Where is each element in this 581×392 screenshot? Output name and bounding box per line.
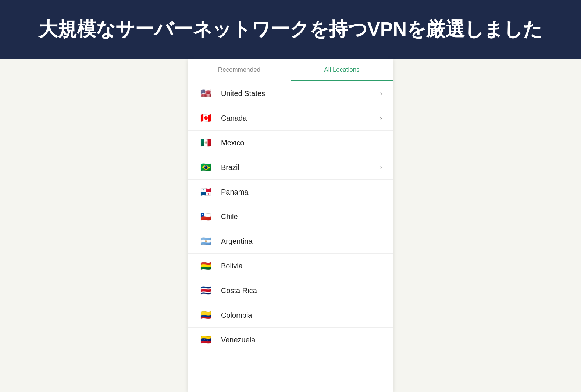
country-name: Panama <box>221 188 382 196</box>
country-name: Bolivia <box>221 262 382 270</box>
country-flag: 🇧🇴 <box>199 261 213 271</box>
country-flag: 🇨🇱 <box>199 212 213 221</box>
tab-recommended[interactable]: Recommended <box>188 59 290 81</box>
country-name: Colombia <box>221 311 382 320</box>
country-name: United States <box>221 89 376 98</box>
tab-recommended-label: Recommended <box>218 66 260 73</box>
country-flag: 🇧🇷 <box>199 163 213 172</box>
country-name: Chile <box>221 213 382 221</box>
country-flag: 🇨🇴 <box>199 310 213 320</box>
header-title: 大規模なサーバーネットワークを持つVPNを厳選しました <box>39 17 542 42</box>
vpn-panel: Recommended All Locations 🇺🇸United State… <box>188 59 393 392</box>
country-flag: 🇻🇪 <box>199 335 213 345</box>
tab-all-locations-label: All Locations <box>324 66 359 73</box>
list-item[interactable]: 🇨🇱Chile <box>188 204 393 229</box>
country-flag: 🇦🇷 <box>199 236 213 246</box>
list-item[interactable]: 🇵🇦Panama <box>188 180 393 204</box>
list-item[interactable]: 🇺🇸United States› <box>188 81 393 106</box>
main-content: Recommended All Locations 🇺🇸United State… <box>0 59 581 392</box>
country-name: Venezuela <box>221 336 382 344</box>
list-item[interactable]: 🇦🇷Argentina <box>188 229 393 254</box>
country-flag: 🇲🇽 <box>199 138 213 147</box>
country-name: Argentina <box>221 237 382 246</box>
country-name: Mexico <box>221 139 382 147</box>
country-flag: 🇵🇦 <box>199 187 213 197</box>
country-flag: 🇨🇷 <box>199 286 213 295</box>
tab-all-locations[interactable]: All Locations <box>290 59 393 81</box>
country-flag: 🇺🇸 <box>199 89 213 98</box>
list-item[interactable]: 🇧🇴Bolivia <box>188 254 393 278</box>
list-item[interactable]: 🇻🇪Venezuela <box>188 328 393 352</box>
list-item[interactable]: 🇧🇷Brazil› <box>188 155 393 180</box>
list-item[interactable]: 🇨🇷Costa Rica <box>188 278 393 303</box>
tabs-container: Recommended All Locations <box>188 59 393 81</box>
list-item[interactable]: 🇲🇽Mexico <box>188 131 393 155</box>
chevron-right-icon: › <box>380 114 382 122</box>
chevron-right-icon: › <box>380 164 382 171</box>
locations-list[interactable]: 🇺🇸United States›🇨🇦Canada›🇲🇽Mexico🇧🇷Brazi… <box>188 81 393 392</box>
list-item[interactable]: 🇨🇴Colombia <box>188 303 393 328</box>
country-flag: 🇨🇦 <box>199 113 213 123</box>
chevron-right-icon: › <box>380 90 382 97</box>
country-name: Brazil <box>221 163 376 172</box>
header-banner: 大規模なサーバーネットワークを持つVPNを厳選しました <box>0 0 581 59</box>
country-name: Canada <box>221 114 376 122</box>
list-item[interactable]: 🇨🇦Canada› <box>188 106 393 131</box>
country-name: Costa Rica <box>221 286 382 295</box>
